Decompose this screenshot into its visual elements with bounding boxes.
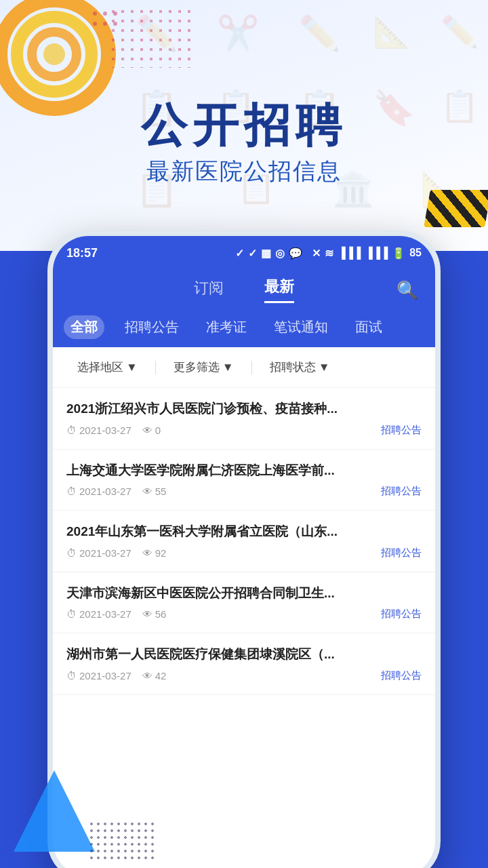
meta-views: 👁 56	[142, 608, 167, 620]
article-meta: ⏱ 2021-03-27 👁 92 招聘公告	[66, 547, 422, 559]
meta-views: 👁 55	[142, 486, 167, 497]
check-icon: ✓	[235, 247, 244, 260]
meta-time: ⏱ 2021-03-27	[66, 486, 131, 497]
sub-title: 最新医院公招信息	[0, 156, 488, 187]
article-meta: ⏱ 2021-03-27 👁 0 招聘公告	[66, 424, 422, 437]
status-icons: ✓ ✓ ▦ ◎ 💬 ✕ ≋ ▐▐▐ ▐▐▐ 🔋 85	[235, 247, 422, 260]
clock-icon: ⏱	[66, 547, 77, 559]
views-text: 42	[155, 670, 167, 682]
cat-tab-written[interactable]: 笔试通知	[267, 315, 335, 339]
meta-left: ⏱ 2021-03-27 👁 55	[66, 486, 166, 497]
triangle-decoration	[14, 770, 95, 854]
article-tag: 招聘公告	[381, 424, 422, 437]
filter-more-label: 更多筛选	[174, 359, 220, 375]
meta-time: ⏱ 2021-03-27	[66, 425, 131, 436]
article-tag: 招聘公告	[381, 547, 422, 559]
circle-icon: ◎	[275, 247, 285, 260]
article-title: 湖州市第一人民医院医疗保健集团埭溪院区（...	[66, 646, 422, 664]
article-title: 天津市滨海新区中医医院公开招聘合同制卫生...	[66, 585, 422, 603]
meta-left: ⏱ 2021-03-27 👁 42	[66, 670, 166, 682]
svg-marker-10	[14, 770, 95, 852]
clock-icon: ⏱	[66, 425, 77, 436]
filter-divider-2	[251, 361, 252, 374]
article-tag: 招聘公告	[381, 669, 422, 682]
filter-bar: 选择地区 ▼ 更多筛选 ▼ 招聘状态 ▼	[53, 347, 435, 388]
filter-status-label: 招聘状态	[270, 359, 316, 375]
phone-shell: 18:57 ✓ ✓ ▦ ◎ 💬 ✕ ≋ ▐▐▐ ▐▐▐ 🔋 85 订阅 最新 🔍	[47, 231, 441, 868]
eye-icon: 👁	[142, 608, 152, 620]
date-text: 2021-03-27	[79, 547, 131, 559]
eye-icon: 👁	[142, 547, 152, 559]
wifi-icon: ≋	[325, 247, 333, 260]
meta-time: ⏱ 2021-03-27	[66, 608, 131, 620]
meta-views: 👁 42	[142, 670, 167, 682]
battery-icon: 🔋	[392, 247, 405, 260]
cat-tab-interview[interactable]: 面试	[348, 315, 389, 339]
views-text: 55	[155, 486, 167, 497]
meta-time: ⏱ 2021-03-27	[66, 547, 131, 559]
cat-tab-notice[interactable]: 招聘公告	[118, 315, 186, 339]
filter-status[interactable]: 招聘状态 ▼	[259, 357, 341, 378]
grid-icon: ▦	[261, 247, 271, 260]
list-item[interactable]: 湖州市第一人民医院医疗保健集团埭溪院区（... ⏱ 2021-03-27 👁 4…	[53, 633, 435, 695]
date-text: 2021-03-27	[79, 608, 131, 620]
filter-more-icon: ▼	[222, 361, 234, 374]
article-list: 2021浙江绍兴市人民医院门诊预检、疫苗接种... ⏱ 2021-03-27 👁…	[53, 388, 435, 695]
bottom-dot-pattern	[88, 821, 156, 861]
filter-region-label: 选择地区	[77, 359, 123, 375]
date-text: 2021-03-27	[79, 670, 131, 682]
signal-off-icon: ✕	[312, 247, 321, 260]
views-text: 56	[155, 608, 167, 620]
views-text: 0	[155, 425, 161, 436]
eye-icon: 👁	[142, 425, 152, 436]
article-title: 上海交通大学医学院附属仁济医院上海医学前...	[66, 462, 422, 480]
meta-views: 👁 0	[142, 425, 161, 436]
status-bar: 18:57 ✓ ✓ ▦ ◎ 💬 ✕ ≋ ▐▐▐ ▐▐▐ 🔋 85	[53, 236, 435, 270]
nav-tabs: 订阅 最新 🔍	[53, 270, 435, 310]
eye-icon: 👁	[142, 486, 152, 497]
meta-left: ⏱ 2021-03-27 👁 92	[66, 547, 166, 559]
meta-time: ⏱ 2021-03-27	[66, 670, 131, 682]
list-item[interactable]: 2021浙江绍兴市人民医院门诊预检、疫苗接种... ⏱ 2021-03-27 👁…	[53, 388, 435, 450]
search-icon[interactable]: 🔍	[396, 279, 418, 300]
list-item[interactable]: 上海交通大学医学院附属仁济医院上海医学前... ⏱ 2021-03-27 👁 5…	[53, 450, 435, 511]
clock-icon: ⏱	[66, 486, 77, 497]
article-meta: ⏱ 2021-03-27 👁 56 招聘公告	[66, 608, 422, 620]
stripe-decoration	[424, 190, 488, 227]
date-text: 2021-03-27	[79, 425, 131, 436]
chat-icon: 💬	[289, 247, 302, 260]
clock-icon: ⏱	[66, 608, 77, 620]
views-text: 92	[155, 547, 167, 559]
filter-status-icon: ▼	[319, 361, 330, 374]
date-text: 2021-03-27	[79, 486, 131, 497]
clock-icon: ⏱	[66, 670, 77, 682]
time-display: 18:57	[66, 246, 98, 260]
tab-subscribe[interactable]: 订阅	[194, 278, 224, 302]
category-tabs: 全部 招聘公告 准考证 笔试通知 面试	[53, 310, 435, 347]
meta-left: ⏱ 2021-03-27 👁 56	[66, 608, 166, 620]
check2-icon: ✓	[248, 247, 257, 260]
article-title: 2021年山东第一医科大学附属省立医院（山东...	[66, 523, 422, 541]
eye-icon: 👁	[142, 670, 152, 682]
article-title: 2021浙江绍兴市人民医院门诊预检、疫苗接种...	[66, 400, 422, 418]
filter-region[interactable]: 选择地区 ▼	[66, 357, 148, 378]
article-meta: ⏱ 2021-03-27 👁 42 招聘公告	[66, 669, 422, 682]
filter-more[interactable]: 更多筛选 ▼	[163, 357, 245, 378]
meta-views: 👁 92	[142, 547, 167, 559]
signal-icon: ▐▐▐	[338, 247, 361, 259]
tab-latest[interactable]: 最新	[264, 277, 294, 303]
list-item[interactable]: 2021年山东第一医科大学附属省立医院（山东... ⏱ 2021-03-27 👁…	[53, 511, 435, 572]
meta-left: ⏱ 2021-03-27 👁 0	[66, 425, 161, 436]
filter-divider-1	[155, 361, 156, 374]
article-tag: 招聘公告	[381, 485, 422, 498]
phone-mockup: 18:57 ✓ ✓ ▦ ◎ 💬 ✕ ≋ ▐▐▐ ▐▐▐ 🔋 85 订阅 最新 🔍	[47, 231, 441, 868]
filter-region-icon: ▼	[126, 361, 138, 374]
signal2-icon: ▐▐▐	[365, 247, 388, 259]
main-title: 公开招聘	[0, 95, 488, 157]
cat-tab-admission[interactable]: 准考证	[199, 315, 253, 339]
article-tag: 招聘公告	[381, 608, 422, 620]
cat-tab-all[interactable]: 全部	[64, 315, 104, 339]
battery-level: 85	[409, 247, 422, 259]
list-item[interactable]: 天津市滨海新区中医医院公开招聘合同制卫生... ⏱ 2021-03-27 👁 5…	[53, 572, 435, 634]
article-meta: ⏱ 2021-03-27 👁 55 招聘公告	[66, 485, 422, 498]
